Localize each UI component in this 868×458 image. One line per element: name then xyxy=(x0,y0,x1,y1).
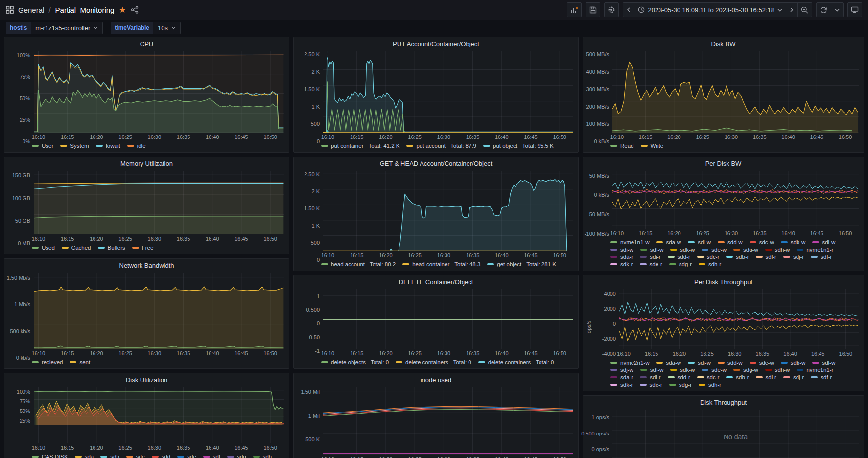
panel-title-cpu[interactable]: CPU xyxy=(4,37,289,50)
panel-title-diskbw[interactable]: Disk BW xyxy=(583,37,864,50)
legend-item[interactable]: sda xyxy=(75,454,94,458)
panel-title-inode[interactable]: inode used xyxy=(294,373,578,386)
legend-item[interactable]: Iowait xyxy=(96,143,120,149)
legend-item[interactable]: nvme1n1-r xyxy=(797,247,833,252)
legend-item[interactable]: sdc-r xyxy=(697,374,720,380)
legend-item[interactable]: sdl-r xyxy=(756,374,776,380)
legend-item[interactable]: Used xyxy=(32,245,55,251)
legend-item[interactable]: User xyxy=(32,143,53,149)
legend-item[interactable]: sda-w xyxy=(656,360,681,366)
dashboards-grid-icon[interactable] xyxy=(6,6,14,14)
chart-plot-cpu[interactable] xyxy=(34,51,284,133)
panel-title-perdiskbw[interactable]: Per Disk BW xyxy=(583,157,864,170)
chart-plot-perdiskbw[interactable] xyxy=(612,171,859,229)
legend-item[interactable]: sdg-w xyxy=(733,247,758,252)
legend-item[interactable]: get objectTotal: 281 K xyxy=(487,261,556,267)
chart-plot-memory[interactable] xyxy=(34,171,284,234)
legend-item[interactable]: Free xyxy=(132,245,154,251)
panel-title-perdiskthr[interactable]: Per Disk Throughput xyxy=(583,275,864,288)
legend-item[interactable]: sdk-w xyxy=(670,367,695,373)
dashboard-settings-gear-icon[interactable] xyxy=(604,2,619,17)
legend-item[interactable]: idle xyxy=(127,143,146,149)
legend-item[interactable]: sda-r xyxy=(610,254,633,260)
zoom-out-icon[interactable] xyxy=(798,3,812,17)
legend-item[interactable]: sdc-w xyxy=(750,239,774,245)
legend-item[interactable]: sdb-r xyxy=(726,374,749,380)
chart-plot-diskthr[interactable]: No data xyxy=(612,410,859,458)
legend-item[interactable]: sdh-w xyxy=(765,247,790,252)
legend-item[interactable]: sdd-r xyxy=(668,374,690,380)
legend-item[interactable]: sdh-r xyxy=(699,382,721,388)
chart-plot-diskutil[interactable] xyxy=(34,387,284,443)
share-icon[interactable] xyxy=(131,6,139,14)
legend-item[interactable]: delete objectsTotal: 0 xyxy=(321,359,389,365)
chart-plot-put[interactable] xyxy=(323,51,573,133)
breadcrumb-folder[interactable]: General xyxy=(18,6,44,14)
legend-item[interactable]: sdl-w xyxy=(812,360,835,366)
breadcrumb-dashboard[interactable]: Partial_Monitoring xyxy=(55,6,115,14)
legend-item[interactable]: sdg-r xyxy=(669,382,692,388)
legend-item[interactable]: sdj-w xyxy=(610,367,633,373)
legend-item[interactable]: sdl-r xyxy=(756,254,776,260)
legend-item[interactable]: sda-r xyxy=(610,374,633,380)
legend-item[interactable]: sdj-r xyxy=(783,374,804,380)
legend-item[interactable]: sdg-r xyxy=(669,261,692,267)
legend-item[interactable]: sdi-r xyxy=(640,374,660,380)
panel-title-diskutil[interactable]: Disk Utilization xyxy=(4,373,289,386)
legend-item[interactable]: sde-w xyxy=(702,367,727,373)
legend-item[interactable]: sdb xyxy=(100,454,119,458)
chart-plot-diskbw[interactable] xyxy=(612,51,859,133)
add-panel-button[interactable] xyxy=(567,2,582,17)
chart-plot-gethead[interactable] xyxy=(323,171,573,251)
panel-title-put[interactable]: PUT Account/Container/Object xyxy=(294,37,578,50)
legend-item[interactable]: sdf-r xyxy=(811,254,832,260)
refresh-interval-dropdown[interactable] xyxy=(831,3,843,17)
cycle-view-mode-icon[interactable] xyxy=(847,2,862,17)
legend-item[interactable]: sdd-w xyxy=(718,239,743,245)
legend-item[interactable]: sdc-r xyxy=(697,254,720,260)
legend-item[interactable]: nvme1n1-r xyxy=(797,367,833,373)
legend-item[interactable]: sdh-r xyxy=(699,261,721,267)
legend-item[interactable]: sde-r xyxy=(640,382,662,388)
legend-item[interactable]: sdd xyxy=(152,454,171,458)
legend-item[interactable]: sdi-w xyxy=(688,360,711,366)
legend-item[interactable]: sdj-w xyxy=(610,247,633,252)
legend-item[interactable]: put accountTotal: 87.9 xyxy=(406,143,476,149)
time-shift-back-icon[interactable] xyxy=(623,3,634,17)
legend-item[interactable]: sdk-r xyxy=(610,382,633,388)
legend-item[interactable]: put objectTotal: 95.5 K xyxy=(483,143,554,149)
panel-title-memory[interactable]: Memory Utilization xyxy=(4,157,289,170)
legend-item[interactable]: sdb-w xyxy=(781,239,806,245)
legend-item[interactable]: recieved xyxy=(32,359,63,365)
legend-item[interactable]: Write xyxy=(641,143,664,149)
legend-item[interactable]: CAS DISK xyxy=(32,454,68,458)
legend-item[interactable]: delete containersTotal: 0 xyxy=(478,359,554,365)
legend-item[interactable]: sdi-r xyxy=(640,254,660,260)
legend-item[interactable]: sdc-w xyxy=(750,360,774,366)
favorite-star-icon[interactable]: ★ xyxy=(118,6,126,14)
legend-item[interactable]: sdb-w xyxy=(781,360,806,366)
legend-item[interactable]: sdg-w xyxy=(733,367,758,373)
legend-item[interactable]: head containerTotal: 48.3 xyxy=(402,261,480,267)
legend-item[interactable]: sdf xyxy=(203,454,220,458)
legend-item[interactable]: sdj-r xyxy=(783,254,804,260)
legend-item[interactable]: sda-w xyxy=(656,239,681,245)
refresh-icon[interactable] xyxy=(817,3,831,17)
variable-timeVariable-select[interactable]: 10s xyxy=(153,22,181,34)
legend-item[interactable]: sdd-w xyxy=(718,360,743,366)
legend-item[interactable]: sde-r xyxy=(640,261,662,267)
chart-plot-delete[interactable] xyxy=(323,289,573,349)
chart-plot-network[interactable] xyxy=(34,273,284,349)
legend-item[interactable]: Cached xyxy=(62,245,91,251)
save-dashboard-button[interactable] xyxy=(586,2,600,17)
legend-item[interactable]: sent xyxy=(70,359,90,365)
legend-item[interactable]: sdg xyxy=(227,454,246,458)
legend-item[interactable]: put containerTotal: 41.2 K xyxy=(321,143,399,149)
legend-item[interactable]: sdh-w xyxy=(765,367,790,373)
legend-item[interactable]: sdb-r xyxy=(726,254,749,260)
legend-item[interactable]: sdf-w xyxy=(640,367,663,373)
legend-item[interactable]: sde xyxy=(177,454,196,458)
variable-hostIs-select[interactable]: m-r1z1s5-controller xyxy=(31,22,103,34)
legend-item[interactable]: sdi-w xyxy=(688,239,711,245)
chart-plot-perdiskthr[interactable] xyxy=(619,289,859,349)
